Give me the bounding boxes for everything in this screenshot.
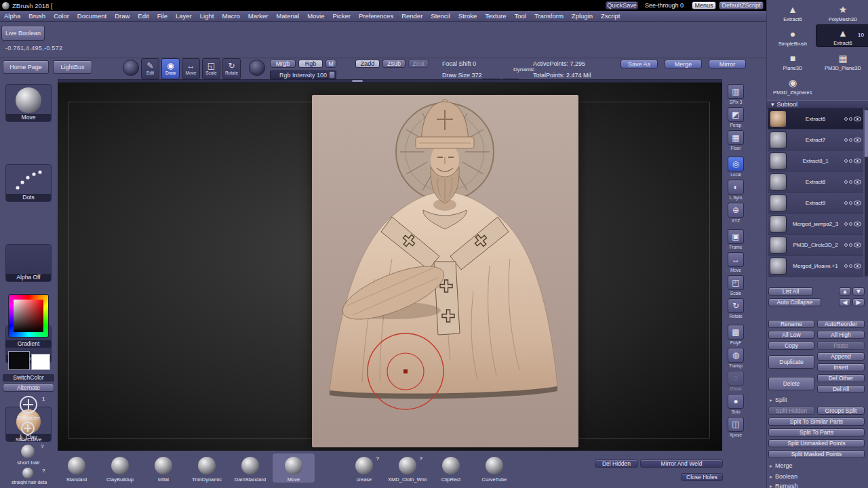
shelf-toggle[interactable]: ↔ Move	[725, 252, 747, 272]
tool-thumbnail[interactable]: ▦ PM3D_Plane3D	[816, 49, 868, 71]
menu-item[interactable]: Zscript	[597, 11, 625, 22]
paint-icon[interactable]	[844, 243, 848, 247]
brush-item[interactable]: Standard	[56, 453, 98, 483]
zadd-button[interactable]: Zadd	[355, 60, 380, 68]
alpha-slot[interactable]: Alpha Off	[5, 244, 52, 282]
live-boolean-button[interactable]: Live Boolean	[1, 26, 45, 41]
menu-item[interactable]: Material	[272, 11, 303, 22]
menu-item[interactable]: Macro	[218, 11, 243, 22]
shelf-toggle[interactable]: ◐ L.Sym	[725, 180, 747, 200]
shelf-toggle[interactable]: ▥ SPix 3	[725, 84, 747, 104]
visibility-eye-icon[interactable]	[854, 264, 861, 268]
subtool-row[interactable]: Merged_Иоанн.+1	[768, 256, 863, 277]
shelf-toggle[interactable]: ◰ Scale	[725, 275, 747, 296]
sculpt-icon[interactable]	[849, 180, 852, 184]
visibility-eye-icon[interactable]	[854, 243, 861, 247]
dynamic-toggle[interactable]: Dynamic	[513, 66, 534, 73]
menu-item[interactable]: Picker	[329, 11, 355, 22]
insert-button[interactable]: Insert	[817, 363, 865, 371]
del-other-button[interactable]: Del Other	[817, 374, 865, 382]
tool-thumbnail[interactable]: ★ PolyMesh3D	[816, 0, 868, 22]
shelf-toggle[interactable]: ◎ Local	[725, 157, 747, 177]
split-similar-button[interactable]: Split To Similar Parts	[768, 418, 865, 426]
menu-item[interactable]: Color	[50, 11, 73, 22]
menu-item[interactable]: Preferences	[355, 11, 397, 22]
brush-item[interactable]: TrimDynamic	[186, 453, 228, 483]
subtool-left-button[interactable]: ◀	[839, 298, 851, 306]
tool-thumbnail[interactable]: ▲ Extract6	[771, 0, 814, 22]
delete-button[interactable]: Delete	[768, 377, 814, 390]
brush-preview-gauge-icon[interactable]	[123, 60, 139, 76]
tool-thumbnail[interactable]: ● SimpleBrush	[771, 24, 814, 47]
menu-item[interactable]: Stencil	[427, 11, 454, 22]
visibility-eye-icon[interactable]	[854, 117, 861, 121]
transform-button[interactable]: ◉ Draw	[161, 58, 180, 79]
sculpt-icon[interactable]	[849, 117, 852, 121]
close-holes-button[interactable]: Close Holes	[681, 473, 723, 481]
canvas-scroll-handle[interactable]	[352, 80, 363, 82]
shelf-toggle[interactable]: ▣ Frame	[725, 229, 747, 249]
menus-button[interactable]: Menus	[692, 1, 716, 9]
switchcolor-button[interactable]: SwitchColor	[3, 374, 54, 382]
all-low-button[interactable]: All Low	[768, 331, 814, 339]
slicecurve-item[interactable]: SliceCurve	[0, 420, 58, 446]
gradient-label[interactable]: Gradient	[5, 340, 52, 348]
visibility-eye-icon[interactable]	[854, 159, 861, 163]
menu-item[interactable]: Stroke	[454, 11, 481, 22]
shelf-toggle[interactable]: ● Solo	[725, 394, 747, 414]
boolean-section-header[interactable]: ▸ Boolean	[770, 473, 797, 480]
shelf-toggle[interactable]: ◍ Transp	[725, 348, 747, 368]
brush-item[interactable]: ? crease	[343, 453, 385, 483]
rgb-button[interactable]: Rgb	[298, 60, 323, 68]
menu-item[interactable]: Movie	[303, 11, 328, 22]
subtool-row[interactable]: Merged_митра2_3	[768, 214, 863, 235]
zmodeler-item[interactable]: 1 ZModeler	[0, 394, 58, 423]
menu-item[interactable]: Texture	[481, 11, 510, 22]
subtool-scrollbar-handle[interactable]	[865, 110, 868, 157]
sculpt-icon[interactable]	[849, 222, 852, 226]
transform-button[interactable]: ✎ Edit	[141, 58, 159, 79]
stroke-preview[interactable]: Dots	[5, 164, 52, 202]
subtool-row[interactable]: PM3D_Circle3D_2	[768, 235, 863, 256]
mirror-button[interactable]: Mirror	[709, 60, 746, 68]
menu-item[interactable]: Zplugin	[568, 11, 597, 22]
menu-item[interactable]: Tool	[510, 11, 530, 22]
alternate-button[interactable]: Alternate	[3, 384, 54, 392]
paint-icon[interactable]	[844, 117, 848, 121]
shelf-toggle[interactable]: ◩ Persp	[725, 107, 747, 127]
shelf-toggle[interactable]: ◌ Ghost	[725, 371, 747, 391]
secondary-color-swatch[interactable]	[31, 354, 50, 370]
remesh-section-header[interactable]: ▸ Remesh	[770, 483, 798, 488]
stroke-gauge-icon[interactable]	[249, 60, 265, 76]
subtool-row[interactable]: Extract9	[768, 192, 863, 214]
visibility-eye-icon[interactable]	[854, 201, 861, 205]
shelf-toggle[interactable]: ◫ Xpose	[725, 417, 747, 437]
subtool-scrollbar[interactable]	[865, 108, 868, 277]
split-section-header[interactable]: ▸ Split	[770, 396, 787, 403]
main-color-swatch[interactable]	[8, 351, 30, 370]
paste-button[interactable]: Paste	[817, 342, 865, 350]
split-masked-button[interactable]: Split Masked Points	[768, 450, 865, 458]
brush-item[interactable]: DamStandard	[229, 453, 271, 483]
menu-item[interactable]: Render	[397, 11, 427, 22]
menu-item[interactable]: Draw	[111, 11, 134, 22]
menu-item[interactable]: Transform	[530, 11, 568, 22]
viewport-canvas[interactable]	[58, 83, 722, 451]
menu-item[interactable]: Marker	[244, 11, 273, 22]
transform-button[interactable]: ↔ Move	[182, 58, 200, 79]
menu-item[interactable]: Edit	[134, 11, 153, 22]
paint-icon[interactable]	[844, 222, 848, 226]
auto-collapse-button[interactable]: Auto Collapse	[768, 298, 821, 306]
lightbox-button[interactable]: LightBox	[53, 60, 92, 74]
all-high-button[interactable]: All High	[817, 331, 865, 339]
menu-item[interactable]: Document	[73, 11, 111, 22]
subtool-row[interactable]: Extract7	[768, 129, 863, 150]
brush-item[interactable]: Move	[273, 453, 315, 483]
save-as-button[interactable]: Save As	[620, 60, 658, 68]
autoreorder-button[interactable]: AutoReorder	[817, 320, 865, 328]
tool-thumbnail[interactable]: ▲ 10 Extract6	[816, 24, 868, 47]
mrgb-button[interactable]: Mrgb	[270, 60, 296, 68]
paint-icon[interactable]	[844, 201, 848, 205]
subtool-row[interactable]: Extract8	[768, 171, 863, 192]
shelf-toggle[interactable]: ↻ Rotate	[725, 298, 747, 319]
